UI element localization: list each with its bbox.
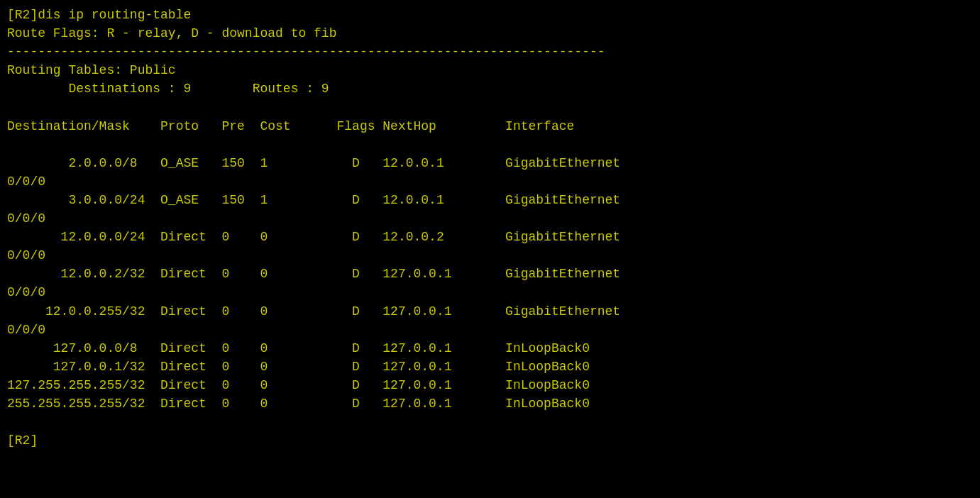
terminal-output: [R2]dis ip routing-table Route Flags: R … bbox=[7, 6, 973, 450]
